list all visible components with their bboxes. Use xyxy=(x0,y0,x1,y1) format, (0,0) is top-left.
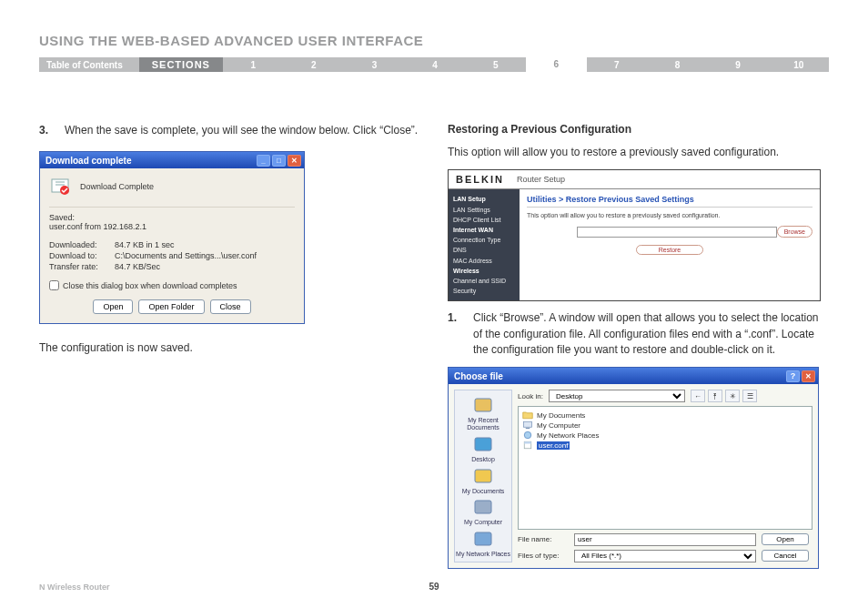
file-item-name: My Computer xyxy=(537,421,580,430)
file-listing[interactable]: My DocumentsMy ComputerMy Network Places… xyxy=(518,406,812,529)
views-icon[interactable]: ☰ xyxy=(742,390,757,402)
download-complete-icon xyxy=(49,176,71,198)
divider xyxy=(49,207,295,208)
info-label: Downloaded: xyxy=(49,240,115,249)
open-button[interactable]: Open xyxy=(93,299,133,314)
places-label: My Network Places xyxy=(456,551,510,558)
filename-label: File name: xyxy=(518,535,569,543)
file-item-name: My Network Places xyxy=(537,431,599,440)
router-sidebar-item[interactable]: LAN Setup xyxy=(453,194,515,204)
places-desktop[interactable]: Desktop xyxy=(471,433,495,463)
section-link-3[interactable]: 3 xyxy=(344,60,405,70)
step-number: 3. xyxy=(39,123,65,138)
computer-icon xyxy=(522,421,533,430)
places-label: Desktop xyxy=(471,456,495,463)
download-heading: Download Complete xyxy=(80,182,154,191)
router-sidebar-item[interactable]: DHCP Client List xyxy=(453,215,515,225)
svg-rect-7 xyxy=(524,422,532,428)
restore-button[interactable]: Restore xyxy=(636,245,704,255)
look-in-select[interactable]: Desktop xyxy=(549,390,685,402)
sections-label: SECTIONS xyxy=(139,57,223,72)
places-recent[interactable]: My Recent Documents xyxy=(455,394,511,431)
section-link-4[interactable]: 4 xyxy=(405,60,466,70)
svg-rect-5 xyxy=(475,501,491,513)
download-info-row: Download to:C:\Documents and Settings...… xyxy=(49,251,295,260)
cancel-button[interactable]: Cancel xyxy=(762,550,809,562)
section-link-6[interactable]: 6 xyxy=(526,57,587,72)
close-icon[interactable]: ✕ xyxy=(802,370,815,382)
open-button[interactable]: Open xyxy=(762,533,809,545)
router-setup-panel: BELKIN Router Setup LAN SetupLAN Setting… xyxy=(448,169,821,301)
saved-label: Saved: xyxy=(49,213,295,222)
svg-rect-3 xyxy=(475,438,491,451)
page-title: USING THE WEB-BASED ADVANCED USER INTERF… xyxy=(39,33,423,48)
places-network[interactable]: My Network Places xyxy=(456,528,510,558)
close-button[interactable]: Close xyxy=(210,299,251,314)
places-computer[interactable]: My Computer xyxy=(464,496,502,526)
places-bar: My Recent DocumentsDesktopMy DocumentsMy… xyxy=(454,390,512,562)
help-icon[interactable]: ? xyxy=(786,370,800,382)
up-one-level-icon[interactable]: ⭱ xyxy=(708,390,722,402)
info-value: 84.7 KB/Sec xyxy=(115,262,295,271)
section-link-10[interactable]: 10 xyxy=(768,60,829,70)
download-info-row: Downloaded:84.7 KB in 1 sec xyxy=(49,240,295,249)
folder-icon xyxy=(522,410,533,420)
svg-rect-4 xyxy=(475,470,491,482)
minimize-icon[interactable]: _ xyxy=(257,155,270,167)
network-icon xyxy=(471,528,495,550)
maximize-icon[interactable]: □ xyxy=(272,155,286,167)
router-sidebar-item[interactable]: LAN Settings xyxy=(453,205,515,215)
router-sidebar-item[interactable]: Connection Type xyxy=(453,235,515,245)
places-label: My Documents xyxy=(462,488,505,495)
filename-input[interactable] xyxy=(574,533,756,546)
filetype-select[interactable]: All Files (*.*) xyxy=(574,550,756,562)
router-sidebar-item[interactable]: Internet WAN xyxy=(453,225,515,235)
mydocs-icon xyxy=(471,465,495,487)
section-link-5[interactable]: 5 xyxy=(465,60,526,70)
file-icon xyxy=(522,441,533,450)
desktop-icon xyxy=(471,433,495,455)
toc-link[interactable]: Table of Contents xyxy=(39,60,139,70)
close-when-done-label: Close this dialog box when download comp… xyxy=(63,281,237,290)
section-link-9[interactable]: 9 xyxy=(708,60,769,70)
browse-button[interactable]: Browse xyxy=(777,226,812,238)
svg-rect-8 xyxy=(526,428,530,429)
section-link-1[interactable]: 1 xyxy=(223,60,284,70)
router-sidebar-item[interactable]: MAC Address xyxy=(453,256,515,266)
router-sidebar-item[interactable]: Channel and SSID xyxy=(453,276,515,286)
dialog-titlebar: Download complete _ □ ✕ xyxy=(40,152,304,168)
router-sidebar-item[interactable]: DNS xyxy=(453,245,515,255)
config-saved-text: The configuration is now saved. xyxy=(39,340,421,356)
router-sidebar-item[interactable]: Wireless xyxy=(453,266,515,276)
router-sidebar-item[interactable]: Security xyxy=(453,286,515,296)
places-mydocs[interactable]: My Documents xyxy=(462,465,505,495)
router-sidebar: LAN SetupLAN SettingsDHCP Client ListInt… xyxy=(449,189,520,300)
section-link-8[interactable]: 8 xyxy=(647,60,708,70)
step-text: When the save is complete, you will see … xyxy=(65,123,421,138)
router-note: This option will allow you to restore a … xyxy=(527,212,812,218)
new-folder-icon[interactable]: ✳ xyxy=(725,390,740,402)
open-folder-button[interactable]: Open Folder xyxy=(138,299,204,314)
back-icon[interactable]: ← xyxy=(691,390,705,402)
file-item[interactable]: user.conf xyxy=(522,441,808,450)
recent-icon xyxy=(471,394,495,416)
file-item[interactable]: My Documents xyxy=(522,410,808,420)
info-label: Download to: xyxy=(49,251,115,260)
filetype-label: Files of type: xyxy=(518,552,569,560)
close-icon[interactable]: ✕ xyxy=(288,155,301,167)
info-label: Transfer rate: xyxy=(49,262,115,271)
file-item[interactable]: My Computer xyxy=(522,421,808,430)
saved-file: user.conf from 192.168.2.1 xyxy=(49,222,295,231)
info-value: C:\Documents and Settings...\user.conf xyxy=(115,251,295,260)
places-label: My Recent Documents xyxy=(455,417,511,431)
section-link-7[interactable]: 7 xyxy=(587,60,648,70)
section-nav: Table of Contents SECTIONS 12345678910 xyxy=(39,57,829,72)
section-link-2[interactable]: 2 xyxy=(284,60,345,70)
dialog-title: Choose file xyxy=(454,371,503,381)
file-item-name: user.conf xyxy=(537,441,570,450)
close-when-done-checkbox[interactable] xyxy=(49,280,59,290)
file-item[interactable]: My Network Places xyxy=(522,431,808,440)
divider xyxy=(527,207,812,208)
restoring-intro: This option will allow you to restore a … xyxy=(448,145,830,160)
restore-file-input[interactable] xyxy=(577,227,777,238)
